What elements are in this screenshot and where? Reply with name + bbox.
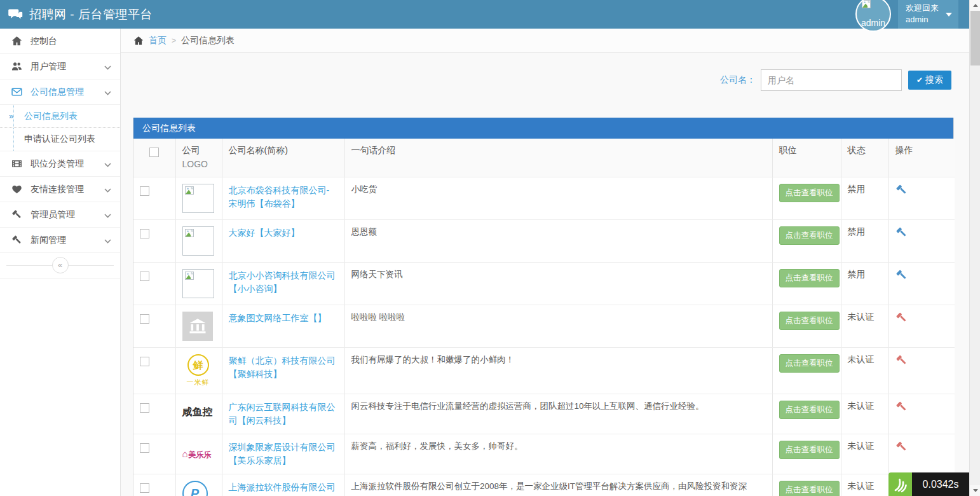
view-positions-button[interactable]: 点击查看职位 [779, 226, 840, 245]
company-table: 公司 LOGO 公司名称(简称) 一句话介绍 职位 状态 操作 北京布袋谷科技有… [133, 139, 955, 496]
gavel-icon[interactable] [895, 441, 908, 453]
company-name-link[interactable]: 上海派拉软件股份有限公司【派拉软件】 [229, 481, 338, 496]
main-content: 首页 > 公司信息列表 公司名： ✔ 搜索 公司信息列表 [121, 29, 969, 496]
table-row: 大家好【大家好】 恩恩额 点击查看职位 禁用 [133, 219, 955, 262]
company-logo-image: ⌂美乐乐 [182, 441, 215, 460]
company-name-link[interactable]: 深圳象限家居设计有限公司【美乐乐家居】 [229, 441, 338, 467]
table-row: 意象图文网络工作室【】 啦啦啦 啦啦啦 点击查看职位 未认证 [133, 305, 955, 347]
row-checkbox[interactable] [140, 186, 149, 196]
status-text: 禁用 [848, 184, 866, 194]
sidebar-item-links-management[interactable]: 友情连接管理 [0, 177, 120, 202]
gavel-icon[interactable] [895, 354, 908, 366]
gavel-icon[interactable] [895, 312, 908, 324]
search-bar: 公司名： ✔ 搜索 [121, 69, 951, 91]
company-intro: 网络天下资讯 [351, 270, 403, 279]
sidebar-subitem-company-info-list[interactable]: » 公司信息列表 [0, 105, 120, 128]
breadcrumb-home-link[interactable]: 首页 [149, 35, 167, 46]
company-name-link[interactable]: 聚鲜（北京）科技有限公司【聚鲜科技】 [229, 354, 338, 381]
status-text: 未认证 [848, 401, 875, 411]
row-checkbox[interactable] [140, 443, 149, 453]
view-positions-button[interactable]: 点击查看职位 [779, 354, 840, 373]
company-list-panel: 公司信息列表 公司 LOGO 公司名称(简称) 一句话介绍 职位 [133, 118, 954, 496]
panel-title: 公司信息列表 [133, 118, 953, 139]
chevron-down-icon [104, 159, 111, 169]
scroll-up-button[interactable] [970, 0, 980, 11]
scrollbar-thumb[interactable] [970, 11, 980, 65]
sidebar-item-position-category-management[interactable]: 职位分类管理 [0, 151, 120, 177]
company-name-link[interactable]: 北京小小咨询科技有限公司【小小咨询】 [229, 269, 338, 296]
breadcrumb-separator: > [172, 36, 176, 45]
scroll-down-button[interactable] [970, 485, 980, 496]
broken-image-icon [182, 184, 214, 213]
users-icon [11, 61, 22, 72]
scrollbar[interactable] [969, 0, 980, 496]
company-intro: 恩恩额 [351, 227, 378, 237]
avatar[interactable]: admin [855, 0, 891, 32]
table-row: 咸鱼控 广东闲云互联网科技有限公司【闲云科技】 闲云科技专注于电信行业流量经营的… [133, 394, 955, 434]
company-logo-image: 咸鱼控 [182, 401, 215, 419]
brand: 招聘网 - 后台管理平台 [0, 6, 153, 23]
search-button[interactable]: ✔ 搜索 [908, 71, 951, 90]
company-name-link[interactable]: 大家好【大家好】 [229, 226, 300, 240]
company-name-link[interactable]: 广东闲云互联网科技有限公司【闲云科技】 [229, 401, 338, 427]
row-checkbox[interactable] [140, 272, 149, 281]
topbar: 招聘网 - 后台管理平台 admin 欢迎回来 admin [0, 0, 969, 29]
gavel-icon[interactable] [895, 401, 908, 413]
gavel-icon[interactable] [895, 269, 908, 281]
company-logo: P [182, 481, 215, 496]
home-icon [133, 36, 144, 46]
company-logo-image: 鲜一米鲜 [182, 354, 214, 387]
status-text: 未认证 [848, 481, 875, 491]
row-checkbox[interactable] [140, 483, 149, 493]
envelope-icon [11, 86, 22, 97]
sidebar-item-user-management[interactable]: 用户管理 [0, 54, 120, 79]
view-positions-button[interactable]: 点击查看职位 [779, 441, 840, 459]
avatar-alt-text: admin [857, 18, 890, 28]
header-status: 状态 [841, 139, 888, 177]
company-name-link[interactable]: 意象图文网络工作室【】 [229, 312, 327, 325]
gavel-icon[interactable] [895, 226, 908, 238]
view-positions-button[interactable]: 点击查看职位 [779, 269, 840, 287]
search-label: 公司名： [720, 74, 756, 86]
company-logo-image: P [182, 481, 208, 496]
sidebar-item-dashboard[interactable]: 控制台 [0, 29, 120, 54]
breadcrumb: 首页 > 公司信息列表 [121, 29, 969, 53]
collapse-sidebar-button[interactable]: « [52, 257, 69, 273]
thinkphp-leaf-icon [888, 472, 912, 496]
sidebar-submenu-company-info: » 公司信息列表 申请认证公司列表 [0, 105, 120, 151]
gavel-icon [11, 209, 22, 220]
sidebar-item-admin-management[interactable]: 管理员管理 [0, 202, 120, 228]
welcome-text: 欢迎回来 [906, 3, 942, 14]
header-logo: 公司 LOGO [175, 139, 222, 177]
row-checkbox[interactable] [140, 314, 149, 324]
broken-image-icon [182, 226, 214, 256]
view-positions-button[interactable]: 点击查看职位 [779, 401, 840, 419]
view-positions-button[interactable]: 点击查看职位 [779, 312, 840, 330]
user-menu[interactable]: 欢迎回来 admin [898, 0, 958, 29]
company-logo: 鲜一米鲜 [182, 354, 215, 387]
gavel-icon[interactable] [895, 184, 908, 196]
view-positions-button[interactable]: 点击查看职位 [779, 184, 840, 202]
chevron-down-icon [104, 87, 111, 97]
view-positions-button[interactable]: 点击查看职位 [779, 481, 840, 496]
company-logo: ⌂美乐乐 [182, 441, 215, 460]
company-name-link[interactable]: 北京布袋谷科技有限公司-宋明伟【布袋谷】 [229, 184, 338, 210]
load-time-badge: 0.0342s [888, 472, 969, 496]
company-name-input[interactable] [761, 69, 902, 91]
company-logo [182, 184, 215, 213]
table-row: 北京小小咨询科技有限公司【小小咨询】 网络天下资讯 点击查看职位 禁用 [133, 262, 955, 305]
row-checkbox[interactable] [140, 357, 149, 366]
status-text: 禁用 [848, 269, 866, 279]
table-row: 北京布袋谷科技有限公司-宋明伟【布袋谷】 小吃货 点击查看职位 禁用 [133, 177, 955, 219]
gavel-icon [11, 235, 22, 245]
company-logo [182, 226, 215, 256]
row-checkbox[interactable] [140, 229, 149, 238]
sidebar-item-news-management[interactable]: 新闻管理 [0, 228, 120, 253]
select-all-checkbox[interactable] [149, 148, 159, 157]
sidebar-subitem-company-cert-apply-list[interactable]: 申请认证公司列表 [0, 128, 120, 151]
admin-page: 招聘网 - 后台管理平台 admin 欢迎回来 admin [0, 0, 980, 496]
company-intro: 我们有屌爆了的大叔！和嫩爆了的小鲜肉！ [351, 355, 515, 364]
row-checkbox[interactable] [140, 403, 149, 413]
sidebar-item-company-info-management[interactable]: 公司信息管理 [0, 79, 120, 105]
company-intro: 闲云科技专注于电信行业流量经营的虚拟运营商，团队超过10年以上互联网、通信行业经… [351, 401, 704, 411]
